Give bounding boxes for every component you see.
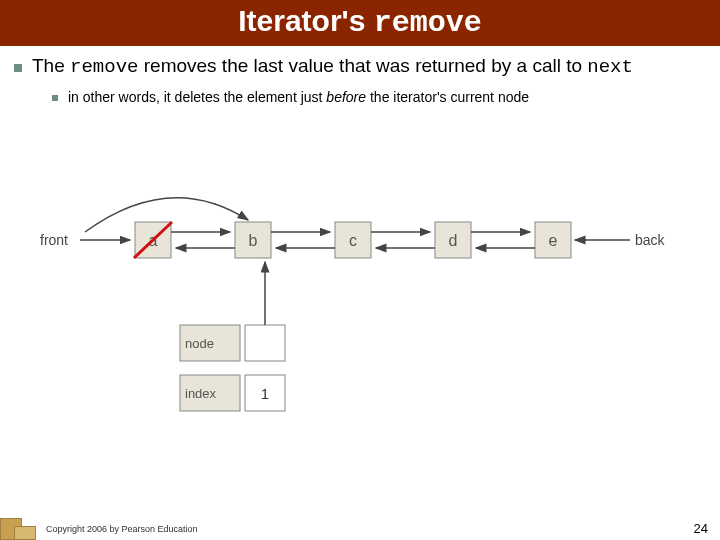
svg-text:node: node (185, 336, 214, 351)
emphasis-fragment: before (326, 89, 366, 105)
code-fragment: next (587, 56, 633, 78)
front-label: front (40, 232, 68, 248)
copyright-footer: Copyright 2006 by Pearson Education (46, 524, 198, 534)
sub-bullet-text: in other words, it deletes the element j… (68, 88, 529, 106)
svg-text:d: d (449, 232, 458, 249)
node-d: d (435, 222, 471, 258)
node-b: b (235, 222, 271, 258)
iterator-node-box: node (180, 262, 285, 361)
main-bullet-text: The remove removes the last value that w… (32, 54, 633, 80)
sub-bullet: in other words, it deletes the element j… (52, 88, 706, 106)
svg-text:index: index (185, 386, 217, 401)
svg-text:1: 1 (261, 385, 269, 402)
linked-list-diagram: front a b c d e back node (30, 190, 690, 460)
code-fragment: remove (70, 56, 138, 78)
svg-text:c: c (349, 232, 357, 249)
text-fragment: the iterator's current node (366, 89, 529, 105)
text-fragment: The (32, 55, 70, 76)
bullet-icon (52, 95, 58, 101)
title-text-pre: Iterator's (238, 4, 374, 37)
text-fragment: removes the last value that was returned… (138, 55, 587, 76)
title-code: remove (374, 6, 482, 40)
back-label: back (635, 232, 666, 248)
text-fragment: in other words, it deletes the element j… (68, 89, 326, 105)
page-number: 24 (694, 521, 708, 536)
node-c: c (335, 222, 371, 258)
bullet-icon (14, 64, 22, 72)
node-e: e (535, 222, 571, 258)
main-bullet: The remove removes the last value that w… (14, 54, 706, 80)
slide-body: The remove removes the last value that w… (0, 46, 720, 106)
iterator-index-box: index 1 (180, 375, 285, 411)
corner-decoration (0, 514, 42, 540)
slide-title: Iterator's remove (0, 0, 720, 46)
svg-rect-22 (245, 325, 285, 361)
svg-text:b: b (249, 232, 258, 249)
svg-text:e: e (549, 232, 558, 249)
